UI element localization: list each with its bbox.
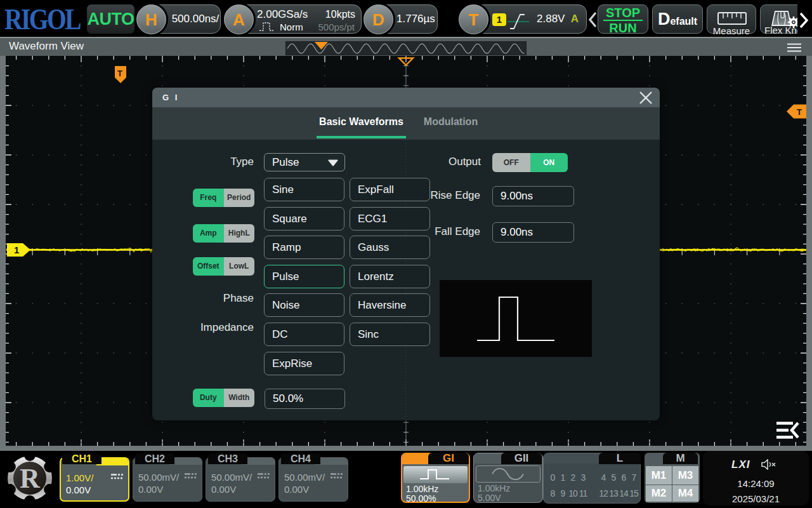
- svg-text:R: R: [20, 463, 41, 494]
- svg-text:T: T: [797, 107, 802, 117]
- svg-text:T: T: [117, 69, 122, 78]
- svg-text:1: 1: [14, 244, 19, 255]
